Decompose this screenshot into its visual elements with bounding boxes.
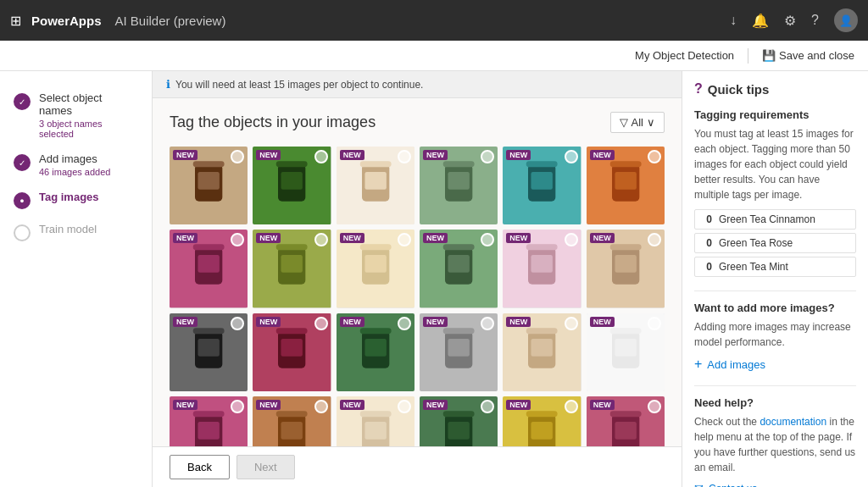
svg-rect-2 [198,172,219,190]
select-circle [314,233,328,246]
help-section: Need help? Check out the documentation i… [694,396,856,487]
svg-rect-95 [609,411,641,417]
select-circle [565,233,578,246]
new-badge: NEW [423,150,448,160]
image-card[interactable]: NEW [420,396,498,446]
svg-rect-86 [448,422,469,440]
new-badge: NEW [256,400,281,410]
step-subtitle-add: 46 images added [39,167,110,177]
add-images-label: Add images [707,358,765,371]
select-circle [314,317,328,330]
image-card[interactable]: NEW [253,396,331,446]
next-button[interactable]: Next [236,455,295,479]
image-card[interactable]: NEW [337,230,415,307]
image-card[interactable]: NEW [587,313,665,391]
svg-rect-63 [443,328,475,334]
image-card[interactable]: NEW [337,313,415,391]
svg-rect-18 [531,172,553,190]
svg-rect-31 [276,245,308,251]
select-circle [648,400,661,413]
download-icon[interactable]: ↓ [730,13,737,28]
image-card[interactable]: NEW [587,147,665,224]
image-card[interactable]: NEW [337,396,415,446]
filter-button[interactable]: ▽ All ∨ [610,112,665,133]
image-card[interactable]: NEW [420,147,498,224]
image-card[interactable]: NEW [420,313,498,391]
svg-rect-90 [531,422,553,440]
new-badge: NEW [340,400,364,410]
image-card[interactable]: NEW [587,230,665,307]
sidebar-item-tag-images[interactable]: ● Tag images [0,184,152,216]
filter-icon: ▽ [620,116,628,129]
image-card[interactable]: NEW [420,230,498,307]
new-badge: NEW [173,150,198,160]
svg-rect-66 [531,339,553,357]
svg-rect-59 [359,328,391,334]
tag-row-rose: 0 Green Tea Rose [694,233,856,253]
new-badge: NEW [173,317,198,327]
svg-rect-23 [609,161,641,167]
info-banner: ℹ You will need at least 15 images per o… [153,71,682,98]
add-images-text: Adding more images may increase model pe… [694,319,856,350]
new-badge: NEW [506,150,531,160]
svg-rect-22 [615,172,636,190]
step-subtitle-select: 3 object names selected [39,119,138,139]
tag-name-cinnamon: Green Tea Cinnamon [719,213,815,225]
new-badge: NEW [173,233,198,243]
save-close-button[interactable]: 💾 Save and close [762,49,854,62]
image-card[interactable]: NEW [503,230,581,307]
svg-rect-54 [281,339,303,357]
question-mark-icon: ? [694,81,703,97]
svg-rect-71 [609,328,641,334]
gear-icon[interactable]: ⚙ [784,13,796,29]
svg-rect-62 [448,339,469,357]
content-header: Tag the objects in your images ▽ All ∨ [170,112,665,133]
svg-rect-74 [198,422,219,440]
image-card[interactable]: NEW [170,396,248,446]
sidebar-item-add-images[interactable]: ✓ Add images 46 images added [0,146,152,184]
tag-count-0: 0 [700,213,712,225]
tag-count-1: 0 [700,237,712,249]
image-card[interactable]: NEW [503,396,581,446]
svg-rect-34 [364,255,386,273]
image-card[interactable]: NEW [253,230,331,307]
documentation-link[interactable]: documentation [760,416,826,428]
svg-rect-55 [276,328,308,334]
sidebar-item-train-model[interactable]: Train model [0,216,152,248]
image-card[interactable]: NEW [170,313,248,391]
tag-row-cinnamon: 0 Green Tea Cinnamon [694,209,856,230]
new-badge: NEW [590,400,615,410]
svg-rect-91 [526,411,558,417]
panel-header: ? Quick tips [694,81,856,97]
contact-us-link[interactable]: ✉ Contact us [694,482,856,487]
image-card[interactable]: NEW [253,147,331,224]
svg-rect-6 [281,172,303,190]
image-card[interactable]: NEW [170,147,248,224]
new-badge: NEW [506,400,531,410]
add-images-button[interactable]: + Add images [694,357,765,372]
question-icon[interactable]: ? [811,13,819,28]
image-card[interactable]: NEW [337,147,415,224]
image-card[interactable]: NEW [170,230,248,307]
select-circle [648,317,661,330]
image-card[interactable]: NEW [587,396,665,446]
svg-rect-83 [359,411,391,417]
image-card[interactable]: NEW [253,313,331,391]
step-title-select: Select object names [39,91,138,117]
sidebar-item-select-names[interactable]: ✓ Select object names 3 object names sel… [0,85,152,146]
bell-icon[interactable]: 🔔 [752,13,769,29]
subheader-divider [748,48,748,64]
step-circle-select: ✓ [14,93,31,110]
avatar[interactable]: 👤 [834,8,858,32]
info-text: You will need at least 15 images per obj… [175,79,423,91]
select-circle [565,150,578,163]
svg-rect-38 [448,255,469,273]
image-card[interactable]: NEW [503,147,581,224]
app-name: PowerApps [31,14,102,28]
back-button[interactable]: Back [170,455,230,479]
svg-rect-79 [276,411,308,417]
panel-divider-2 [694,385,856,386]
image-card[interactable]: NEW [503,313,581,391]
svg-rect-35 [359,245,391,251]
svg-rect-70 [615,339,636,357]
